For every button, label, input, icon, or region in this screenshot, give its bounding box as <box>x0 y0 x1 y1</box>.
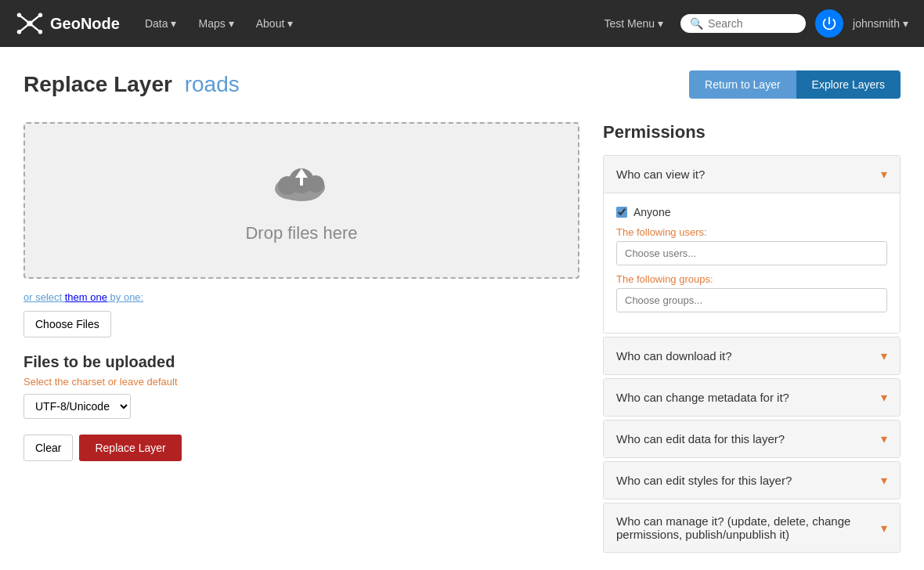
action-buttons: Clear Replace Layer <box>23 435 579 461</box>
permission-header-manage[interactable]: Who can manage it? (update, delete, chan… <box>604 503 900 552</box>
navbar: GeoNode Data ▾ Maps ▾ About ▾ Test Menu … <box>0 0 924 47</box>
drop-zone[interactable]: Drop files here <box>23 122 579 279</box>
chevron-down-icon: ▾ <box>881 431 887 446</box>
permission-section-metadata: Who can change metadata for it? ▾ <box>603 378 901 417</box>
permission-label-edit-data: Who can edit data for this layer? <box>616 432 785 446</box>
them-one-link[interactable]: them one <box>65 291 107 303</box>
power-icon <box>821 15 838 32</box>
permissions-title: Permissions <box>603 122 901 142</box>
permission-header-edit-styles[interactable]: Who can edit styles for this layer? ▾ <box>604 462 900 499</box>
svg-point-14 <box>307 175 324 193</box>
anyone-checkbox[interactable] <box>616 207 627 218</box>
header-buttons: Return to Layer Explore Layers <box>689 70 901 99</box>
search-input[interactable] <box>708 17 796 30</box>
search-bar[interactable]: 🔍 <box>680 14 806 33</box>
users-field-label: The following users: <box>616 226 887 238</box>
page-header: Replace Layer roads Return to Layer Expl… <box>23 70 901 99</box>
permission-label-download: Who can download it? <box>616 349 732 363</box>
permission-body-view: Anyone The following users: The followin… <box>604 193 900 333</box>
permission-section-manage: Who can manage it? (update, delete, chan… <box>603 503 901 553</box>
explore-layers-button[interactable]: Explore Layers <box>796 70 901 99</box>
layer-link[interactable]: roads <box>185 72 240 96</box>
chevron-down-icon: ▾ <box>903 17 908 30</box>
geonode-icon <box>16 9 44 38</box>
chevron-down-icon: ▾ <box>881 390 887 405</box>
select-label: or select them one by one: <box>23 291 579 303</box>
nav-item-data[interactable]: Data ▾ <box>135 11 186 36</box>
permission-header-download[interactable]: Who can download it? ▾ <box>604 337 900 374</box>
user-menu[interactable]: johnsmith ▾ <box>853 17 908 30</box>
charset-label: Select the charset or leave default <box>23 376 579 388</box>
replace-layer-button[interactable]: Replace Layer <box>79 435 181 461</box>
files-title: Files to be uploaded <box>23 353 579 371</box>
svg-point-7 <box>17 30 21 34</box>
nav-menu: Data ▾ Maps ▾ About ▾ <box>135 11 589 36</box>
permissions-panel: Permissions Who can view it? ▾ Anyone Th… <box>603 122 901 556</box>
chevron-down-icon: ▾ <box>881 521 887 536</box>
groups-input[interactable] <box>616 288 887 312</box>
search-icon: 🔍 <box>690 17 703 30</box>
chevron-down-icon: ▾ <box>881 348 887 363</box>
chevron-down-icon: ▾ <box>881 167 887 182</box>
page-title: Replace Layer roads <box>23 72 240 97</box>
permission-header-metadata[interactable]: Who can change metadata for it? ▾ <box>604 379 900 416</box>
svg-point-13 <box>278 176 297 195</box>
permission-label-manage: Who can manage it? (update, delete, chan… <box>616 514 881 541</box>
users-input[interactable] <box>616 241 887 265</box>
chevron-down-icon: ▾ <box>658 17 663 30</box>
anyone-label: Anyone <box>633 206 670 218</box>
clear-button[interactable]: Clear <box>23 435 73 461</box>
chevron-down-icon: ▾ <box>229 17 234 30</box>
user-avatar <box>815 9 843 38</box>
permission-section-view: Who can view it? ▾ Anyone The following … <box>603 155 901 334</box>
chevron-down-icon: ▾ <box>881 473 887 488</box>
charset-select[interactable]: UTF-8/Unicode <box>23 394 131 419</box>
permission-section-download: Who can download it? ▾ <box>603 337 901 375</box>
permission-header-view[interactable]: Who can view it? ▾ <box>604 156 900 193</box>
choose-files-button[interactable]: Choose Files <box>23 311 111 337</box>
nav-item-maps[interactable]: Maps ▾ <box>189 11 243 36</box>
test-menu-button[interactable]: Test Menu ▾ <box>596 13 671 34</box>
permission-label-view: Who can view it? <box>616 168 705 181</box>
permission-label-metadata: Who can change metadata for it? <box>616 391 789 404</box>
chevron-down-icon: ▾ <box>171 17 176 30</box>
upload-cloud-icon <box>270 157 333 215</box>
brand-name: GeoNode <box>50 15 120 33</box>
drop-text: Drop files here <box>245 223 357 244</box>
svg-point-6 <box>38 13 42 17</box>
content-grid: Drop files here or select them one by on… <box>23 122 901 556</box>
chevron-down-icon: ▾ <box>287 17 293 30</box>
svg-point-5 <box>17 13 21 17</box>
permission-section-edit-data: Who can edit data for this layer? ▾ <box>603 420 901 458</box>
permission-header-edit-data[interactable]: Who can edit data for this layer? ▾ <box>604 420 900 457</box>
groups-field-label: The following groups: <box>616 273 887 285</box>
main-content: Replace Layer roads Return to Layer Expl… <box>8 47 916 570</box>
permission-label-edit-styles: Who can edit styles for this layer? <box>616 474 792 487</box>
brand-logo[interactable]: GeoNode <box>16 9 120 38</box>
return-to-layer-button[interactable]: Return to Layer <box>689 70 796 99</box>
nav-right: Test Menu ▾ 🔍 johnsmith ▾ <box>596 9 908 38</box>
svg-point-8 <box>38 30 42 34</box>
anyone-checkbox-row: Anyone <box>616 206 887 218</box>
nav-item-about[interactable]: About ▾ <box>247 11 303 36</box>
upload-panel: Drop files here or select them one by on… <box>23 122 579 556</box>
permission-section-edit-styles: Who can edit styles for this layer? ▾ <box>603 461 901 500</box>
